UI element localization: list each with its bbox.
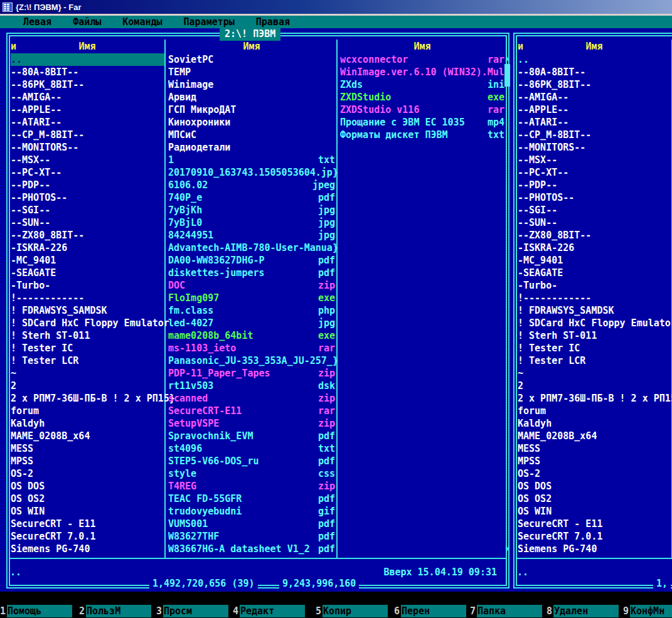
file-row[interactable]: TEMP — [168, 66, 335, 78]
file-row[interactable]: ! Tester IC — [11, 342, 164, 354]
file-row[interactable]: -ISKRA-226 — [11, 242, 164, 254]
file-row[interactable]: --86PK_8BIT-- — [518, 78, 671, 91]
file-row[interactable]: МПСиС — [168, 129, 335, 141]
window-titlebar[interactable]: {Z:\! ПЭВМ} - Far — [0, 0, 672, 14]
file-row[interactable]: --MONITORS-- — [11, 141, 164, 154]
file-row[interactable]: --SGI-- — [11, 204, 164, 216]
file-row[interactable]: 7yBjKhjpg — [168, 204, 335, 216]
file-row[interactable]: -MC_9401 — [11, 254, 164, 267]
fkey-9[interactable]: 9КонфМн — [623, 605, 672, 617]
file-row[interactable]: --SGI-- — [518, 204, 671, 216]
file-row[interactable]: 2 x РПМ7-36Ш-ПБ-В ! 2 x РП15} — [11, 392, 164, 405]
file-row[interactable]: ! FDRAWSYS_SAMDSK — [518, 304, 671, 317]
file-row[interactable]: --MONITORS-- — [518, 141, 671, 154]
file-row[interactable]: ! Tester IC — [518, 342, 671, 354]
file-row[interactable]: --PC-XT-- — [518, 166, 671, 179]
file-row[interactable]: --APPLE-- — [11, 104, 164, 116]
file-row[interactable]: --PDP-- — [11, 179, 164, 191]
file-row[interactable]: -Turbo- — [518, 279, 671, 292]
fkey-5[interactable]: 5Копир — [316, 605, 388, 617]
file-row[interactable]: !------------ — [518, 292, 671, 304]
file-row[interactable]: SovietPC — [168, 53, 335, 66]
file-row[interactable]: --86PK_8BIT-- — [11, 78, 164, 91]
file-row[interactable]: PDP-11_Paper_Tapeszip — [168, 367, 335, 380]
file-row[interactable]: Арвид — [168, 91, 335, 104]
file-row[interactable]: MAME_0208B_x64 — [518, 430, 671, 442]
file-row[interactable]: 7yBjL0jpg — [168, 216, 335, 229]
file-row[interactable]: VUMS001pdf — [168, 518, 335, 530]
file-row[interactable]: SecureCRT - E11 — [518, 518, 671, 530]
file-row[interactable]: 6106.02jpeg — [168, 179, 335, 191]
file-row[interactable]: FloImg097exe — [168, 292, 335, 304]
file-row[interactable]: SetupVSPEzip — [168, 417, 335, 430]
file-row[interactable]: --SUN-- — [11, 216, 164, 229]
file-row[interactable]: Panasonic_JU-353_353A_JU-257_} — [168, 354, 335, 367]
file-row[interactable]: OS DOS — [11, 480, 164, 493]
file-row[interactable]: rt11v503dsk — [168, 380, 335, 392]
file-row[interactable]: OS DOS — [518, 480, 671, 493]
file-row[interactable]: Kaldyh — [518, 417, 671, 430]
file-row[interactable]: --SUN-- — [518, 216, 671, 229]
file-row[interactable]: WinImage.ver.6.10 (WIN32).Mul — [340, 66, 504, 78]
file-row[interactable]: !------------ — [11, 292, 164, 304]
file-row[interactable]: DA00-WW83627DHG-Ppdf — [168, 254, 335, 267]
file-row[interactable]: --ATARI-- — [518, 116, 671, 129]
fkey-3[interactable]: 3Просм — [156, 605, 228, 617]
file-row[interactable]: MPSS — [11, 455, 164, 467]
file-row[interactable]: -ISKRA-226 — [518, 242, 671, 254]
file-row[interactable]: ГСП МикроДАТ — [168, 104, 335, 116]
fkey-2[interactable]: 2ПользМ — [79, 605, 151, 617]
file-row[interactable]: DOCzip — [168, 279, 335, 292]
file-row[interactable]: OS WIN — [11, 505, 164, 518]
file-row[interactable]: --PHOTOS-- — [518, 191, 671, 204]
file-row[interactable]: --80A-8BIT-- — [518, 66, 671, 78]
file-row[interactable]: OS OS2 — [11, 493, 164, 505]
file-row[interactable]: MAME_0208B_x64 — [11, 430, 164, 442]
command-line[interactable]: Z:\! ПЭВМ> — [0, 592, 672, 604]
file-row[interactable]: --ZX80_8BIT-- — [11, 229, 164, 242]
file-row[interactable]: 2 — [11, 380, 164, 392]
file-row[interactable]: OS WIN — [518, 505, 671, 518]
file-row[interactable]: Kaldyh — [11, 417, 164, 430]
file-row[interactable]: ! Sterh ST-011 — [518, 329, 671, 342]
file-row[interactable]: st4096txt — [168, 442, 335, 455]
file-row[interactable]: --CP_M-8BIT-- — [11, 129, 164, 141]
menu-item-commands[interactable]: Команды — [122, 16, 162, 28]
file-row[interactable]: ! SDCard HxC Floppy Emulator — [518, 317, 671, 329]
file-row[interactable]: ZXdsini — [340, 78, 504, 91]
file-row[interactable]: OS-2 — [518, 467, 671, 480]
file-row[interactable]: ~ — [11, 367, 164, 380]
file-row[interactable]: --AMIGA-- — [518, 91, 671, 104]
file-row[interactable]: MPSS — [518, 455, 671, 467]
file-row[interactable]: trudovyebudnigif — [168, 505, 335, 518]
file-row[interactable]: .. — [518, 53, 671, 66]
file-row[interactable]: MESS — [518, 442, 671, 455]
file-row[interactable]: -SEAGATE — [11, 267, 164, 279]
active-panel-title[interactable]: 2:\! ПЭВМ — [220, 28, 280, 41]
file-row[interactable]: ZXDStudioexe — [340, 91, 504, 104]
file-row[interactable]: T4REGzip — [168, 480, 335, 493]
file-row[interactable]: --MSX-- — [11, 154, 164, 166]
file-row[interactable]: SecureCRT - E11 — [11, 518, 164, 530]
fkey-6[interactable]: 6Перен — [394, 605, 466, 617]
file-row[interactable]: fm.classphp — [168, 304, 335, 317]
file-row[interactable]: --PHOTOS-- — [11, 191, 164, 204]
file-row[interactable]: 2 x РПМ7-36Ш-ПБ-В ! 2 x РП15 — [518, 392, 671, 405]
file-row[interactable]: --ZX80_8BIT-- — [518, 229, 671, 242]
menu-item-right[interactable]: Правая — [256, 16, 290, 28]
file-row[interactable]: ! Tester LCR — [11, 354, 164, 367]
fkey-7[interactable]: 7Папка — [470, 605, 542, 617]
file-row[interactable]: -MC_9401 — [518, 254, 671, 267]
file-row[interactable]: ! FDRAWSYS_SAMDSK — [11, 304, 164, 317]
file-row[interactable]: ! Sterh ST-011 — [11, 329, 164, 342]
file-row[interactable]: Кинохроники — [168, 116, 335, 129]
file-row[interactable]: 20170910_163743.1505053604.jp} — [168, 166, 335, 179]
file-row[interactable]: 84244951jpg — [168, 229, 335, 242]
file-row[interactable]: MESS — [11, 442, 164, 455]
file-row[interactable]: -SEAGATE — [518, 267, 671, 279]
file-row[interactable]: ~ — [518, 367, 671, 380]
file-row[interactable]: --80A-8BIT-- — [11, 66, 164, 78]
file-row[interactable]: ZXDStudio v116rar — [340, 104, 504, 116]
file-row[interactable]: 1txt — [168, 154, 335, 166]
file-row[interactable]: --APPLE-- — [518, 104, 671, 116]
